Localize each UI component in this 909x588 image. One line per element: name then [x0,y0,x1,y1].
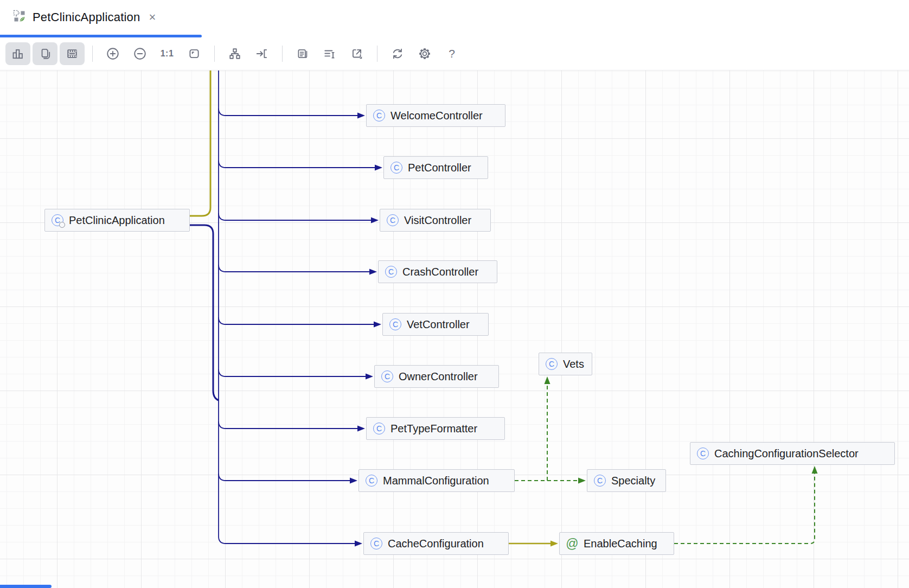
node-specialty[interactable]: C Specialty [587,469,666,492]
node-label: MammalConfiguration [383,475,489,487]
zoom-in-icon [106,47,120,61]
class-icon: C [381,370,393,382]
class-icon: C [391,162,402,174]
route-edges-button[interactable] [249,42,274,65]
node-label: OwnerController [399,370,478,383]
node-label: CacheConfiguration [388,538,484,550]
apply-layout-icon [228,47,241,60]
class-icon: C [594,475,606,487]
help-label: ? [449,47,455,60]
settings-button[interactable] [412,42,437,65]
export-icon [350,47,363,60]
node-label: PetController [408,162,471,174]
toolbar-separator [214,46,215,62]
annotation-icon: @ [566,538,578,549]
node-label: PetTypeFormatter [391,423,477,435]
help-button[interactable]: ? [439,42,464,65]
apply-layout-button[interactable] [222,42,247,65]
class-icon: C [373,110,385,122]
class-icon: C [370,538,382,549]
run-overlay-icon [59,222,65,228]
zoom-in-button[interactable] [100,42,125,65]
notes-button[interactable] [290,42,315,65]
node-mammalconfiguration[interactable]: C MammalConfiguration [359,469,515,492]
node-pettypeformatter[interactable]: C PetTypeFormatter [366,417,505,440]
node-label: VisitController [404,214,471,227]
node-label: CrashController [402,266,478,278]
diagram-toolbar: 1:1 [0,35,909,71]
node-visitcontroller[interactable]: C VisitController [380,209,491,232]
edit-text-icon [323,47,336,60]
edit-text-button[interactable] [317,42,342,65]
toolbar-separator [377,46,377,62]
toolbar-separator [92,46,93,62]
zoom-actual-label: 1:1 [161,49,174,59]
fields-visibility-button[interactable] [5,42,30,65]
class-icon: C [546,358,558,370]
node-label: CachingConfigurationSelector [714,448,859,460]
class-icon: C [387,214,399,226]
node-label: EnableCaching [584,538,657,550]
fields-visibility-icon [11,47,24,60]
settings-gear-icon [418,47,432,61]
active-tab-indicator [0,35,202,37]
tab-bar: PetClinicApplication × [0,0,909,35]
fit-content-icon [188,47,201,60]
node-ownercontroller[interactable]: C OwnerController [374,365,499,388]
class-icon: C [373,423,385,434]
export-button[interactable] [344,42,369,65]
zoom-actual-button[interactable]: 1:1 [155,42,180,65]
node-welcomecontroller[interactable]: C WelcomeController [366,104,505,127]
zoom-out-icon [133,47,147,61]
class-icon: C [52,214,63,226]
node-cacheconfiguration[interactable]: C CacheConfiguration [363,532,509,555]
node-enablecaching[interactable]: @ EnableCaching [559,532,674,555]
tab-title: PetClinicApplication [33,10,140,24]
diagram-canvas[interactable]: C PetClinicApplication C WelcomeControll… [0,71,909,588]
route-edges-icon [255,47,268,60]
copy-diagram-icon [39,47,52,60]
node-label: Vets [563,358,584,370]
node-vetcontroller[interactable]: C VetController [382,313,489,336]
toolbar-separator [282,46,283,62]
node-crashcontroller[interactable]: C CrashController [378,260,497,283]
node-petclinicapplication[interactable]: C PetClinicApplication [44,209,190,232]
refresh-icon [391,47,405,61]
class-icon: C [389,318,401,330]
class-icon: C [697,448,709,459]
node-label: PetClinicApplication [69,214,165,227]
node-label: Specialty [611,475,655,487]
class-icon: C [385,266,397,278]
node-vets[interactable]: C Vets [539,353,592,375]
class-icon: C [366,475,377,487]
node-cachingconfigurationselector[interactable]: C CachingConfigurationSelector [690,442,895,465]
refresh-button[interactable] [385,42,410,65]
notes-icon [296,47,309,60]
media-grid-icon [66,47,79,60]
node-petcontroller[interactable]: C PetController [383,156,488,179]
node-label: VetController [407,318,470,331]
zoom-out-button[interactable] [127,42,152,65]
tab-petclinicapplication[interactable]: PetClinicApplication × [0,0,168,35]
spring-diagram-icon [13,10,26,25]
media-grid-button[interactable] [60,42,85,65]
node-label: WelcomeController [391,110,483,122]
fit-content-button[interactable] [182,42,207,65]
close-icon[interactable]: × [146,10,158,24]
horizontal-scrollbar-thumb[interactable] [0,585,52,588]
copy-diagram-button[interactable] [33,42,57,65]
